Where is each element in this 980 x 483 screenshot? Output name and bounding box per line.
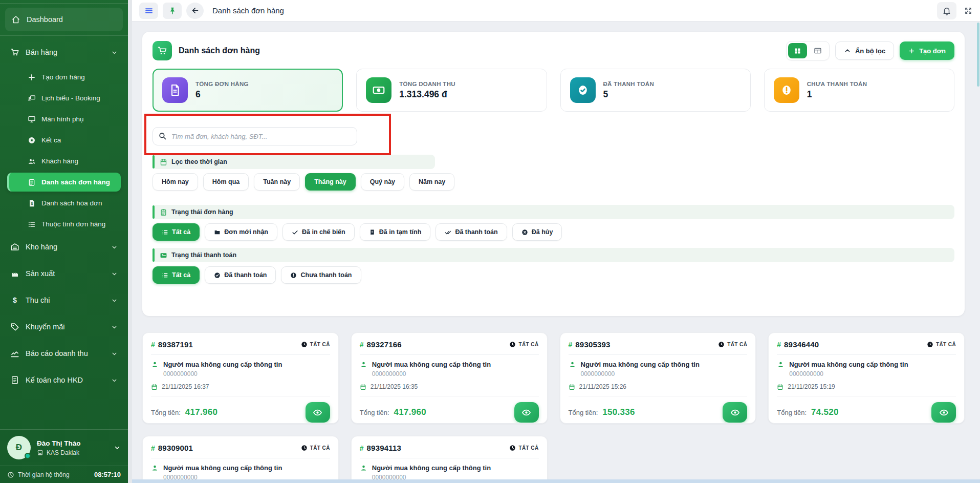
time-filter-button[interactable]: Năm nay <box>409 173 454 191</box>
sidebar-group-icon <box>10 375 19 385</box>
horizontal-scrollbar[interactable] <box>132 479 980 483</box>
order-card[interactable]: # 89309001 TẤT CẢ Người mua không cung c… <box>142 436 339 483</box>
cart-icon <box>10 48 19 57</box>
order-status-badge: TẤT CẢ <box>718 341 747 348</box>
payment-status-options: Tất cả Đã thanh toán Chưa thanh toán <box>153 266 954 284</box>
order-datetime-row: 21/11/2025 16:35 <box>360 383 539 390</box>
clock-icon <box>509 341 516 348</box>
order-datetime-row: 21/11/2025 15:26 <box>569 383 748 390</box>
sidebar-subitem[interactable]: Khách hàng <box>7 152 121 171</box>
create-order-button[interactable]: Tạo đơn <box>900 41 954 60</box>
order-status-button[interactable]: Đã in chế biến <box>282 223 355 241</box>
order-status-button[interactable]: Đã in tạm tính <box>360 223 431 241</box>
sidebar-subitem[interactable]: Lịch biểu - Booking <box>7 89 121 108</box>
sidebar-group[interactable]: Khuyến mãi <box>3 316 125 338</box>
sidebar-group-sales[interactable]: Bán hàng <box>3 41 125 64</box>
view-order-button[interactable] <box>723 402 747 423</box>
grid-view-button[interactable] <box>788 43 807 58</box>
sidebar-subitem[interactable]: Thuộc tính đơn hàng <box>7 215 121 234</box>
order-status-button[interactable]: Đã thanh toán <box>435 223 507 241</box>
sidebar-subitem[interactable]: Màn hình phụ <box>7 110 121 129</box>
calendar-icon <box>160 158 167 166</box>
payment-status-button[interactable]: Tất cả <box>153 266 200 284</box>
order-card[interactable]: # 89327166 TẤT CẢ Người mua không cung c… <box>351 332 548 424</box>
stat-label: TỔNG DOANH THU <box>399 81 455 87</box>
system-time-value: 08:57:10 <box>94 471 121 478</box>
time-filter-title: Lọc theo thời gian <box>171 158 227 165</box>
stat-card[interactable]: ĐÃ THANH TOÁN 5 <box>560 69 751 112</box>
time-filter-button[interactable]: Tuần này <box>254 173 300 191</box>
sidebar-group[interactable]: Kế toán cho HKD <box>3 369 125 391</box>
sidebar-subitem[interactable]: Danh sách đơn hàng <box>7 173 121 192</box>
sidebar-item-label: Dashboard <box>27 15 63 24</box>
sidebar-subitem[interactable]: Kết ca <box>7 131 121 150</box>
sidebar-subitem-label: Khách hàng <box>41 157 78 165</box>
topbar: Danh sách đơn hàng <box>132 0 980 22</box>
time-filter-button[interactable]: Hôm nay <box>153 173 198 191</box>
stat-card[interactable]: TỔNG DOANH THU 1.313.496 đ <box>356 69 547 112</box>
order-datetime: 21/11/2025 15:26 <box>579 383 627 390</box>
order-card-footer: Tổng tiền: 417.960 <box>151 402 330 423</box>
order-card-footer: Tổng tiền: 150.336 <box>569 402 748 423</box>
sidebar-subitem-label: Danh sách đơn hàng <box>41 178 110 186</box>
sidebar-item-dashboard[interactable]: Dashboard <box>5 8 123 31</box>
time-filter-button[interactable]: Quý này <box>361 173 404 191</box>
notifications-button[interactable] <box>937 2 956 19</box>
hide-filters-label: Ẩn bộ lọc <box>855 47 885 55</box>
payment-status-button[interactable]: Đã thanh toán <box>205 266 276 284</box>
order-status-button[interactable]: Tất cả <box>153 223 200 241</box>
fullscreen-button[interactable] <box>964 6 973 15</box>
submenu-item-icon <box>28 136 36 144</box>
order-card[interactable]: # 89346440 TẤT CẢ Người mua không cung c… <box>768 332 965 424</box>
hash-symbol: # <box>151 444 155 452</box>
chevron-down-icon[interactable] <box>114 444 121 451</box>
clock-icon <box>301 445 308 451</box>
sidebar-group[interactable]: Báo cáo doanh thu <box>3 342 125 365</box>
view-order-button[interactable] <box>514 402 539 423</box>
time-filter-button-label: Tuần này <box>263 178 291 185</box>
customer-phone: 0000000000 <box>581 370 748 377</box>
chevron-down-icon <box>111 297 118 304</box>
table-view-button[interactable] <box>809 43 827 58</box>
time-filter-button[interactable]: Tháng này <box>305 173 356 191</box>
order-status-badge: TẤT CẢ <box>301 445 330 451</box>
time-filter-button-label: Năm nay <box>419 178 445 185</box>
view-order-button[interactable] <box>931 402 956 423</box>
menu-toggle-button[interactable] <box>139 3 158 19</box>
user-profile[interactable]: Đ Đào Thị Thảo KAS Daklak <box>0 429 128 466</box>
order-card[interactable]: # 89387191 TẤT CẢ Người mua không cung c… <box>142 332 339 424</box>
sidebar-group[interactable]: Thu chi <box>3 289 125 311</box>
stat-card[interactable]: TỔNG ĐƠN HÀNG 6 <box>153 69 343 112</box>
pin-page-button[interactable] <box>163 3 182 19</box>
order-status-button[interactable]: Đơn mới nhận <box>205 223 277 241</box>
stat-card[interactable]: CHƯA THANH TOÁN 1 <box>764 69 954 112</box>
view-toggle <box>786 41 830 60</box>
plus-icon <box>908 48 915 54</box>
person-icon <box>777 361 785 368</box>
sidebar-subitem[interactable]: Tạo đơn hàng <box>7 68 121 87</box>
order-status-badge-label: TẤT CẢ <box>310 342 330 347</box>
payment-status-button[interactable]: Chưa thanh toán <box>281 266 361 284</box>
sidebar-sales-submenu: Tạo đơn hàng Lịch biểu - Booking Màn hìn… <box>0 68 128 234</box>
customer-phone: 0000000000 <box>789 370 956 377</box>
page-title: Danh sách đơn hàng <box>212 6 284 15</box>
sidebar-subitem[interactable]: Danh sách hóa đơn <box>7 194 121 213</box>
sidebar-group-icon <box>10 296 19 305</box>
order-card[interactable]: # 89305393 TẤT CẢ Người mua không cung c… <box>560 332 756 424</box>
order-id: 89387191 <box>158 340 193 349</box>
order-status-button[interactable]: Đã hủy <box>512 223 562 241</box>
time-filter-button[interactable]: Hôm qua <box>203 173 249 191</box>
stat-icon <box>774 77 799 103</box>
total-label: Tổng tiền: <box>151 409 181 416</box>
hash-symbol: # <box>777 341 781 349</box>
sidebar-group[interactable]: Kho hàng <box>3 236 125 258</box>
back-button[interactable] <box>186 3 204 19</box>
sidebar-group[interactable]: Sản xuất <box>3 262 125 285</box>
search-input[interactable] <box>153 127 357 145</box>
payment-button-icon <box>214 272 221 279</box>
view-order-button[interactable] <box>306 402 330 423</box>
vertical-scrollbar-thumb[interactable] <box>977 23 979 87</box>
order-card[interactable]: # 89394113 TẤT CẢ Người mua không cung c… <box>351 436 548 483</box>
hash-symbol: # <box>569 341 573 349</box>
hide-filters-button[interactable]: Ẩn bộ lọc <box>835 41 894 60</box>
